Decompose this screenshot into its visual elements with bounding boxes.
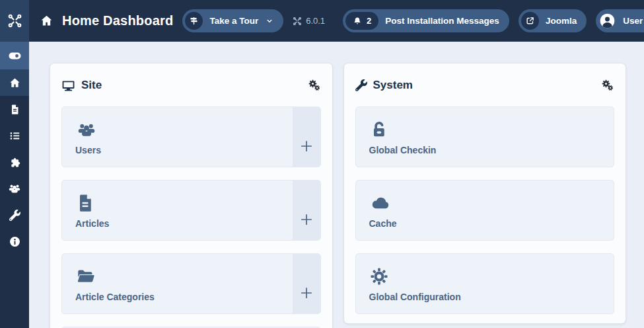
joomla-logo-icon	[7, 13, 22, 28]
cog-icon	[369, 266, 389, 286]
dashboard-content: Site	[29, 42, 644, 328]
desktop-icon	[61, 79, 75, 93]
site-card-header: Site	[61, 75, 321, 96]
plus-icon	[299, 212, 314, 227]
site-card-title: Site	[81, 79, 102, 92]
version-number: 6.0.1	[306, 16, 325, 26]
folder-open-icon	[75, 266, 96, 286]
system-card-title: System	[373, 79, 413, 92]
sidebar-item-home[interactable]	[0, 69, 29, 96]
system-wrench-icon	[9, 210, 20, 221]
menus-list-icon	[9, 130, 21, 142]
global-checkin-tile[interactable]: Global Checkin	[355, 106, 615, 167]
sidebar-item-components[interactable]	[0, 149, 29, 175]
main-sidebar	[0, 42, 29, 328]
bell-icon	[353, 17, 362, 26]
users-icon	[75, 120, 98, 140]
take-a-tour-label: Take a Tour	[209, 16, 258, 26]
page-title: Home Dashboard	[62, 13, 173, 28]
sidebar-item-system[interactable]	[0, 202, 29, 228]
add-user-button[interactable]	[293, 107, 320, 167]
menu-toggle-icon	[8, 49, 22, 63]
joomla-site-link-button[interactable]: Joomla	[519, 9, 587, 32]
sidebar-menu-toggle[interactable]	[0, 42, 29, 69]
users-tile-label: Users	[75, 145, 101, 155]
content-file-icon	[9, 104, 20, 115]
global-configuration-tile-main: Global Configuration	[356, 254, 614, 313]
articles-tile-label: Articles	[75, 218, 109, 229]
users-icon	[8, 182, 21, 195]
add-article-button[interactable]	[293, 181, 320, 240]
site-card: Site	[50, 63, 332, 328]
messages-count-badge: 2	[345, 12, 378, 30]
articles-tile[interactable]: Articles	[61, 180, 321, 241]
system-card-settings-cogs-icon[interactable]	[601, 79, 614, 92]
users-tile[interactable]: Users	[61, 106, 321, 167]
file-alt-icon	[75, 193, 95, 213]
user-circle-icon	[598, 12, 616, 30]
articles-tile-main: Articles	[62, 181, 293, 240]
user-menu-label: User Menu	[623, 16, 644, 26]
sidebar-item-help[interactable]	[0, 228, 29, 255]
cache-tile-label: Cache	[369, 218, 397, 229]
signpost-icon	[185, 12, 203, 30]
header-content: Home Dashboard Take a Tour	[29, 0, 644, 42]
cache-tile[interactable]: Cache	[355, 180, 615, 241]
plus-icon	[299, 285, 314, 301]
joomla-version-icon	[293, 17, 302, 26]
site-card-settings-cogs-icon[interactable]	[308, 79, 321, 92]
article-categories-tile[interactable]: Article Categories	[61, 253, 321, 314]
joomla-logo-block[interactable]	[0, 0, 29, 42]
take-a-tour-button[interactable]: Take a Tour	[182, 9, 283, 32]
users-tile-main: Users	[62, 107, 293, 167]
joomla-version: 6.0.1	[293, 16, 325, 26]
messages-label: Post Installation Messages	[385, 16, 499, 26]
home-icon	[9, 77, 21, 89]
messages-count: 2	[367, 16, 371, 26]
article-categories-tile-main: Article Categories	[62, 254, 293, 313]
components-puzzle-icon	[9, 156, 21, 169]
sidebar-item-users[interactable]	[0, 175, 29, 202]
user-menu-button[interactable]: User Menu	[596, 9, 644, 32]
sidebar-item-content[interactable]	[0, 96, 29, 122]
global-configuration-tile[interactable]: Global Configuration	[355, 253, 615, 314]
system-card: System	[344, 63, 626, 323]
help-info-icon	[9, 235, 21, 248]
chevron-down-icon	[266, 17, 273, 25]
global-checkin-tile-label: Global Checkin	[369, 145, 437, 155]
add-article-category-button[interactable]	[293, 254, 320, 313]
plus-icon	[299, 138, 314, 154]
unlock-icon	[369, 120, 389, 140]
sidebar-item-menus[interactable]	[0, 122, 29, 149]
top-header-bar: Home Dashboard Take a Tour	[0, 0, 644, 42]
page-title-group: Home Dashboard	[40, 13, 173, 28]
post-installation-messages-button[interactable]: 2 Post Installation Messages	[343, 9, 509, 32]
global-checkin-tile-main: Global Checkin	[356, 107, 614, 167]
external-link-icon	[521, 12, 539, 30]
article-categories-tile-label: Article Categories	[75, 292, 155, 302]
joomla-link-label: Joomla	[546, 16, 577, 26]
home-icon	[40, 14, 54, 28]
cache-tile-main: Cache	[356, 181, 614, 240]
wrench-icon	[355, 79, 367, 91]
cloud-icon	[369, 193, 392, 213]
system-card-header: System	[355, 75, 615, 96]
global-configuration-tile-label: Global Configuration	[369, 292, 461, 302]
